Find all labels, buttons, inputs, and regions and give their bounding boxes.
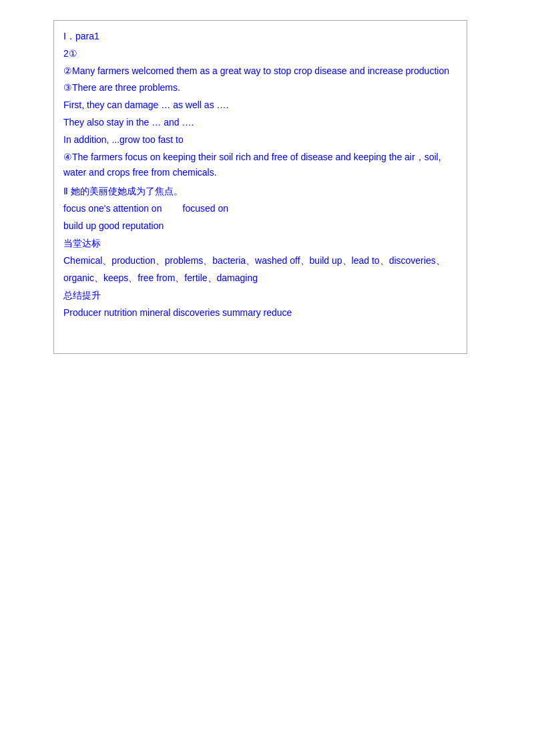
item1: 2① [63,46,457,62]
content-box: Ⅰ．para1 2① ②Many farmers welcomed them a… [53,20,467,354]
subsection-label: 当堂达标 [63,236,457,252]
summary-words: Producer nutrition mineral discoveries s… [63,305,457,321]
section1-label: Ⅰ．para1 [63,29,457,45]
item4: First, they can damage … as well as …. [63,98,457,114]
phrase2: build up good reputation [63,218,457,234]
item7: ④The farmers focus on keeping their soil… [63,150,457,182]
item5: They also stay in the … and …. [63,115,457,131]
summary-label: 总结提升 [63,288,457,304]
section2-label: Ⅱ 她的美丽使她成为了焦点。 [63,184,457,200]
text-content: Ⅰ．para1 2① ②Many farmers welcomed them a… [63,29,457,321]
phrase1-b: focused on [183,203,229,214]
page-container: Ⅰ．para1 2① ②Many farmers welcomed them a… [0,0,534,756]
item3: ③There are three problems. [63,80,457,96]
keywords: Chemical、production、problems、bacteria、wa… [63,252,457,286]
item2: ②Many farmers welcomed them as a great w… [63,63,457,79]
phrase1-a: focus one's attention on [63,203,162,214]
item6: In addition, ...grow too fast to [63,132,457,148]
phrase-line: focus one's attention on focused on [63,201,457,217]
